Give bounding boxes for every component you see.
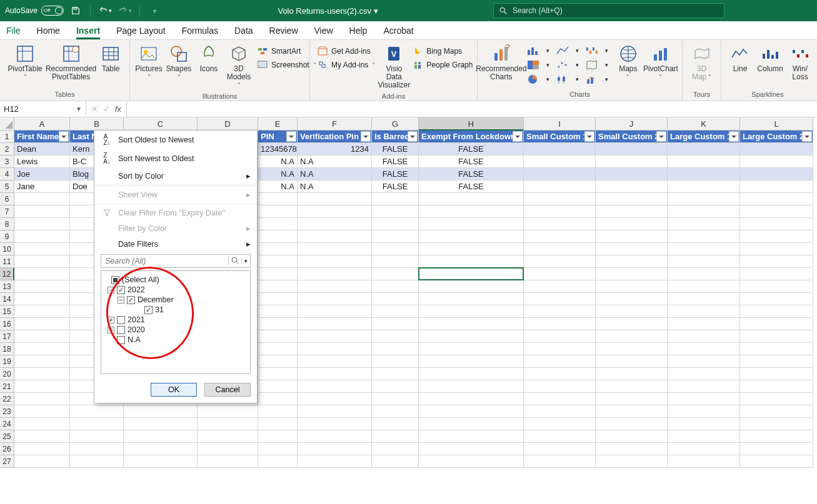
cell[interactable] (668, 230, 740, 243)
row-header-14[interactable]: 14 (0, 293, 14, 305)
cell[interactable] (372, 293, 419, 305)
cell[interactable] (258, 330, 298, 343)
filter-tree-node[interactable]: (Select All) (105, 275, 246, 285)
filter-tree[interactable]: (Select All)−2022−December31+2021+2020N.… (101, 270, 251, 374)
filter-tree-node[interactable]: 31 (105, 305, 246, 315)
cell[interactable] (419, 193, 524, 205)
cell[interactable] (596, 343, 668, 355)
cell[interactable] (524, 443, 596, 455)
checkbox[interactable] (117, 316, 125, 324)
cell[interactable] (596, 193, 668, 205)
cell[interactable] (372, 393, 419, 405)
cell[interactable] (740, 430, 813, 443)
cell[interactable] (258, 380, 298, 393)
cell[interactable] (524, 305, 596, 318)
cell[interactable] (298, 330, 372, 343)
table-header[interactable]: Small Custom 2 (596, 131, 668, 143)
3dmodels-button[interactable]: 3D Models (225, 42, 253, 91)
3dmap-button[interactable]: 3D Map (688, 42, 716, 82)
cell[interactable] (298, 318, 372, 330)
filter-button[interactable] (802, 131, 812, 142)
tab-review[interactable]: Review (269, 23, 298, 39)
cell[interactable] (258, 393, 298, 405)
cell[interactable] (524, 205, 596, 218)
cell[interactable] (419, 330, 524, 343)
cell[interactable] (372, 368, 419, 380)
cell[interactable]: N.A (298, 168, 372, 180)
expand-icon[interactable]: + (108, 317, 114, 324)
cell[interactable] (419, 368, 524, 380)
myaddins-button[interactable]: My Add-ins ˅ (315, 59, 378, 71)
filter-button[interactable] (729, 131, 739, 142)
save-icon[interactable] (68, 3, 84, 18)
cell[interactable] (524, 180, 596, 193)
cell[interactable]: 1234 (298, 143, 372, 156)
cell[interactable]: FALSE (419, 143, 524, 156)
cell[interactable]: FALSE (419, 180, 524, 193)
cell[interactable] (524, 156, 596, 168)
tab-acrobat[interactable]: Acrobat (383, 23, 413, 39)
cell[interactable] (668, 205, 740, 218)
cell[interactable] (372, 280, 419, 293)
cell[interactable] (298, 355, 372, 368)
cell[interactable] (596, 218, 668, 230)
cell[interactable] (70, 418, 124, 430)
cell[interactable] (668, 218, 740, 230)
cell[interactable] (70, 405, 124, 418)
cell[interactable] (258, 455, 298, 468)
filter-tree-node[interactable]: −2022 (105, 285, 246, 295)
row-header-17[interactable]: 17 (0, 330, 14, 343)
cell[interactable] (596, 418, 668, 430)
row-header-18[interactable]: 18 (0, 343, 14, 355)
screenshot-button[interactable]: Screenshot ˅ (255, 59, 319, 71)
cell[interactable] (524, 380, 596, 393)
cell[interactable] (668, 405, 740, 418)
row-header-15[interactable]: 15 (0, 305, 14, 318)
cell[interactable] (298, 205, 372, 218)
tab-home[interactable]: Home (37, 23, 60, 39)
row-header-16[interactable]: 16 (0, 318, 14, 330)
cell[interactable] (124, 418, 198, 430)
cell[interactable] (740, 455, 813, 468)
col-header-B[interactable]: B (70, 117, 124, 131)
cell[interactable] (419, 405, 524, 418)
cell[interactable] (298, 268, 372, 280)
sort-color-button[interactable]: Sort by Color▸ (94, 168, 257, 184)
icons-button[interactable]: Icons (195, 42, 223, 74)
row-header-1[interactable]: 1 (0, 131, 14, 143)
filter-tree-node[interactable]: −December (105, 295, 246, 305)
autosave-toggle[interactable]: AutoSave Off (5, 6, 64, 16)
ok-button[interactable]: OK (151, 383, 197, 397)
cell[interactable] (596, 305, 668, 318)
filter-search-input[interactable] (101, 255, 228, 267)
fx-icon[interactable]: fx (115, 104, 121, 114)
rec-pivottables-button[interactable]: Recommended PivotTables (48, 42, 94, 82)
cell[interactable] (258, 293, 298, 305)
cell[interactable] (14, 368, 70, 380)
expand-icon[interactable]: + (108, 327, 114, 334)
row-header-12[interactable]: 12 (0, 268, 14, 280)
cell[interactable] (596, 368, 668, 380)
row-header-6[interactable]: 6 (0, 193, 14, 205)
pivottable-button[interactable]: PivotTable (5, 42, 45, 82)
cell[interactable] (372, 355, 419, 368)
cell[interactable] (740, 280, 813, 293)
cell[interactable] (419, 230, 524, 243)
cell[interactable] (668, 430, 740, 443)
cell[interactable] (668, 255, 740, 268)
cell[interactable]: N.A (298, 156, 372, 168)
cell[interactable] (740, 243, 813, 255)
select-all-triangle[interactable] (0, 117, 14, 131)
cell[interactable]: FALSE (419, 168, 524, 180)
cell[interactable] (124, 430, 198, 443)
cell[interactable] (596, 455, 668, 468)
cell[interactable] (419, 218, 524, 230)
cell[interactable] (740, 443, 813, 455)
chart-scatter-button[interactable]: ▾ (553, 58, 581, 72)
cell[interactable] (524, 343, 596, 355)
cell[interactable] (372, 205, 419, 218)
cell[interactable] (372, 418, 419, 430)
cell[interactable] (372, 405, 419, 418)
filter-button[interactable] (656, 131, 666, 142)
cell[interactable] (298, 455, 372, 468)
